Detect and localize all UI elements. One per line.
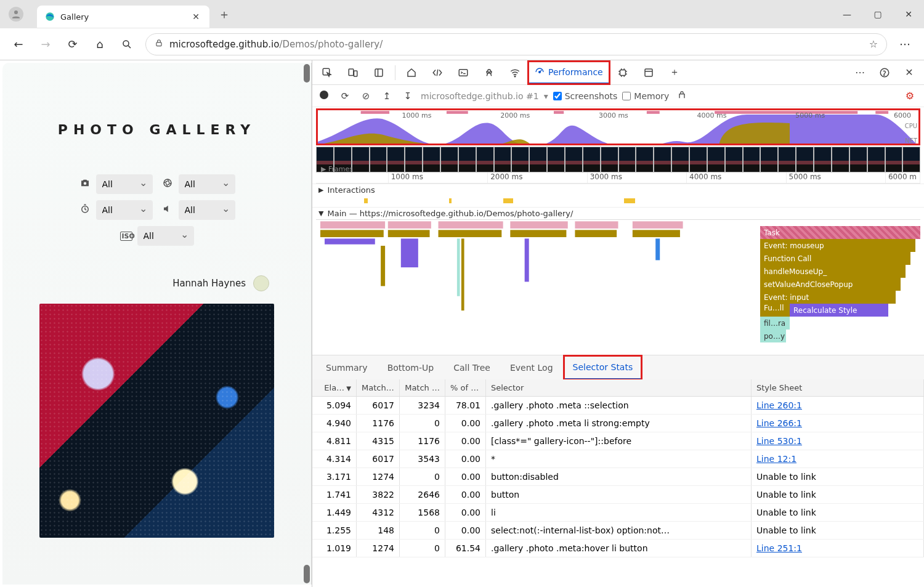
tab-event-log[interactable]: Event Log xyxy=(501,356,562,379)
flame-event-input[interactable]: Event: input xyxy=(760,291,896,304)
table-row[interactable]: 1.0191274061.54.gallery .photo .meta:hov… xyxy=(312,540,924,557)
page-scrollbar[interactable] xyxy=(304,64,310,583)
minimize-button[interactable]: — xyxy=(832,1,862,28)
cell-attempts: 1176 xyxy=(400,432,445,450)
col-pct[interactable]: % of sl… xyxy=(445,379,486,396)
exposure-select[interactable]: All xyxy=(96,200,153,220)
welcome-icon[interactable] xyxy=(399,62,424,84)
scrollbar-thumb-top[interactable] xyxy=(304,64,310,83)
col-match[interactable]: Match … xyxy=(357,379,400,396)
clear-button[interactable]: ⊘ xyxy=(358,91,374,102)
favorite-icon[interactable]: ☆ xyxy=(869,38,878,50)
maximize-button[interactable]: ▢ xyxy=(862,1,893,28)
tab-performance[interactable]: Performance xyxy=(529,62,609,84)
address-bar[interactable]: microsoftedge.github.io/Demos/photo-gall… xyxy=(145,33,887,55)
home-button[interactable]: ⌂ xyxy=(87,32,112,57)
console-icon[interactable] xyxy=(451,62,476,84)
col-selector[interactable]: Selector xyxy=(486,379,752,396)
profile-icon[interactable] xyxy=(9,7,23,22)
flame-chart[interactable]: Task Event: mouseup Function Call handle… xyxy=(316,219,920,355)
sources-icon[interactable] xyxy=(477,62,501,84)
main-thread-track[interactable]: ▼Main — https://microsoftedge.github.io/… xyxy=(312,207,924,219)
cell-attempts: 2646 xyxy=(400,486,445,503)
cell-sheet[interactable]: Line 530:1 xyxy=(752,432,924,450)
tab-summary[interactable]: Summary xyxy=(317,356,376,379)
browser-tab[interactable]: Gallery ✕ xyxy=(37,6,209,28)
col-attempts[interactable]: Match … xyxy=(400,379,445,396)
flame-function-call[interactable]: Function Call xyxy=(760,252,910,265)
recording-target[interactable]: microsoftedge.github.io #1 xyxy=(421,91,539,101)
photo-image[interactable] xyxy=(39,304,274,538)
application-icon[interactable] xyxy=(636,62,661,84)
download-button[interactable]: ↧ xyxy=(400,91,416,102)
col-sheet[interactable]: Style Sheet xyxy=(752,379,924,396)
close-devtools-icon[interactable]: ✕ xyxy=(897,62,922,84)
table-row[interactable]: 4.314601735430.00*Line 12:1 xyxy=(312,450,924,468)
cell-sheet[interactable]: Line 12:1 xyxy=(752,450,924,468)
collect-garbage-icon[interactable] xyxy=(674,90,690,102)
back-button[interactable]: ← xyxy=(6,32,31,57)
memory-checkbox[interactable]: Memory xyxy=(622,91,669,101)
svg-rect-40 xyxy=(461,238,464,310)
memory-icon[interactable] xyxy=(610,62,635,84)
timeline-ruler[interactable]: 1000 ms 2000 ms 3000 ms 4000 ms 5000 ms … xyxy=(316,172,920,184)
sound-select[interactable]: All xyxy=(179,200,235,220)
cell-sheet[interactable]: Line 266:1 xyxy=(752,415,924,432)
perf-settings-icon[interactable]: ⚙ xyxy=(906,90,920,102)
flame-fu[interactable]: Fu…ll xyxy=(760,304,790,317)
table-row[interactable]: 5.0946017323478.01.gallery .photo .meta … xyxy=(312,397,924,415)
tab-selector-stats[interactable]: Selector Stats xyxy=(564,356,642,379)
inspect-icon[interactable] xyxy=(315,62,339,84)
more-icon[interactable]: ⋯ xyxy=(848,62,872,84)
device-icon[interactable] xyxy=(341,62,365,84)
cpu-overview[interactable]: 1000 ms 2000 ms 3000 ms 4000 ms 5000 ms … xyxy=(316,108,920,145)
cell-match: 1274 xyxy=(357,468,400,485)
help-icon[interactable] xyxy=(872,62,897,84)
scrollbar-thumb-bottom[interactable] xyxy=(304,565,310,583)
network-icon[interactable] xyxy=(503,62,527,84)
dock-icon[interactable] xyxy=(367,62,391,84)
table-row[interactable]: 4.811431511760.00[class*=" gallery-icon-… xyxy=(312,432,924,450)
aperture-select[interactable]: All xyxy=(179,174,235,194)
filmstrip[interactable] xyxy=(316,147,920,172)
table-row[interactable]: 3.171127400.00button:disabledUnable to l… xyxy=(312,468,924,486)
reload-record-button[interactable]: ⟳ xyxy=(337,91,353,102)
record-button[interactable] xyxy=(316,91,332,102)
cell-selector: li xyxy=(486,504,752,521)
svg-rect-37 xyxy=(439,221,503,229)
table-row[interactable]: 1.25514800.00select:not(:-internal-list-… xyxy=(312,522,924,540)
cell-selector: [class*=" gallery-icon--"]::before xyxy=(486,432,752,450)
close-icon[interactable]: ✕ xyxy=(190,12,202,22)
screenshots-checkbox[interactable]: Screenshots xyxy=(553,91,618,101)
refresh-button[interactable]: ⟳ xyxy=(60,32,85,57)
flame-setvalue[interactable]: setValueAndClosePopup xyxy=(760,278,901,291)
flame-event-mouseup[interactable]: Event: mouseup xyxy=(760,239,915,252)
search-button[interactable] xyxy=(115,32,139,57)
cell-sheet[interactable]: Line 251:1 xyxy=(752,540,924,557)
cell-selector: .gallery .photo .meta ::selection xyxy=(486,397,752,414)
interactions-track[interactable]: ▶Interactions xyxy=(312,184,924,196)
menu-button[interactable]: ⋯ xyxy=(893,38,918,51)
table-row[interactable]: 1.449431215680.00liUnable to link xyxy=(312,504,924,522)
flame-recalculate-style[interactable]: Recalculate Style xyxy=(790,304,888,317)
flame-task[interactable]: Task xyxy=(760,226,920,239)
table-row[interactable]: 4.940117600.00.gallery .photo .meta li s… xyxy=(312,415,924,432)
close-window-button[interactable]: ✕ xyxy=(893,1,924,28)
new-tab-button[interactable]: ＋ xyxy=(218,6,230,23)
flame-po[interactable]: po…y xyxy=(760,330,786,342)
table-row[interactable]: 1.741382226460.00buttonUnable to link xyxy=(312,486,924,504)
tab-bottom-up[interactable]: Bottom-Up xyxy=(379,356,443,379)
filter-exposure: All xyxy=(79,200,153,220)
iso-select[interactable]: All xyxy=(137,226,194,246)
elements-icon[interactable] xyxy=(425,62,450,84)
col-elapsed[interactable]: Ela… xyxy=(312,379,357,396)
cell-sheet[interactable]: Line 260:1 xyxy=(752,397,924,414)
flame-fil[interactable]: fil…ra xyxy=(760,317,790,330)
cell-selector: button:disabled xyxy=(486,468,752,485)
upload-button[interactable]: ↥ xyxy=(379,91,395,102)
flame-handlemouseup[interactable]: handleMouseUp_ xyxy=(760,265,906,278)
tab-call-tree[interactable]: Call Tree xyxy=(445,356,499,379)
camera-select[interactable]: All xyxy=(96,174,153,194)
svg-rect-39 xyxy=(457,238,460,296)
more-tabs-icon[interactable]: ＋ xyxy=(662,62,687,84)
